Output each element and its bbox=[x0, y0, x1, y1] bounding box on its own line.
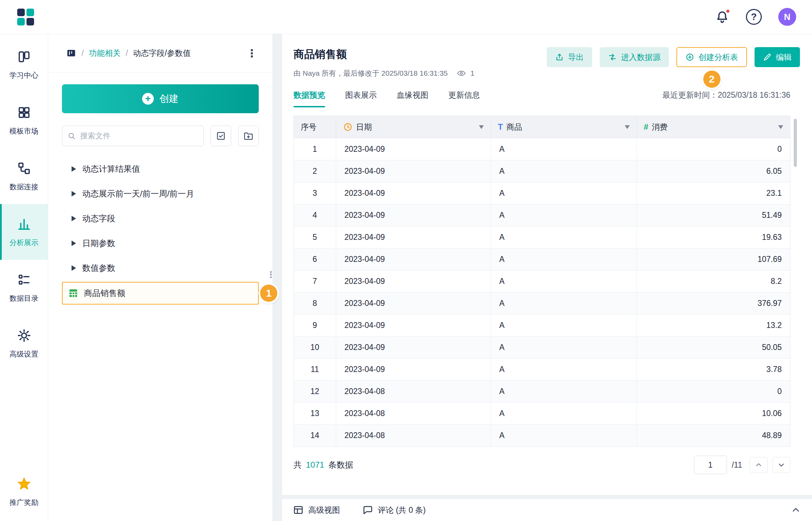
create-analysis-label: 创建分析表 bbox=[698, 52, 738, 63]
pagination: /11 bbox=[694, 456, 790, 474]
prev-page-button[interactable] bbox=[750, 457, 768, 473]
new-folder-button[interactable] bbox=[238, 126, 259, 146]
user-avatar[interactable]: N bbox=[778, 8, 796, 26]
enter-datasource-button[interactable]: 进入数据源 bbox=[600, 47, 669, 67]
table-body: 1 2023-04-09 A 0 2 2023-04-09 A 6.05 3 2… bbox=[294, 138, 790, 446]
sidebar-item-label: 数据目录 bbox=[10, 294, 39, 303]
table-row: 12 2023-04-08 A 0 bbox=[294, 380, 790, 402]
tree-item-label: 日期参数 bbox=[82, 238, 115, 249]
cell-product: A bbox=[491, 248, 637, 270]
total-count[interactable]: 1071 bbox=[306, 460, 324, 470]
cell-product: A bbox=[491, 293, 637, 314]
cell-seq: 5 bbox=[294, 226, 336, 248]
page-number-input[interactable] bbox=[694, 456, 727, 474]
cell-amount: 51.49 bbox=[637, 204, 790, 226]
tabs-row: 数据预览 图表展示 血缘视图 更新信息 最近更新时间：2025/03/18 16… bbox=[293, 90, 790, 107]
cell-seq: 9 bbox=[294, 315, 336, 336]
cell-amount: 6.05 bbox=[637, 160, 790, 182]
tab-lineage-view[interactable]: 血缘视图 bbox=[397, 90, 428, 107]
create-button[interactable]: + 创建 bbox=[62, 84, 259, 113]
tab-update-info[interactable]: 更新信息 bbox=[448, 90, 480, 107]
column-header-amount[interactable]: # 消费 bbox=[637, 116, 790, 138]
tree-item-label: 动态字段 bbox=[82, 213, 115, 224]
tree-item-dynamic-calc[interactable]: 动态计算结果值 bbox=[62, 157, 259, 181]
file-explorer-panel: / 功能相关 / 动态字段/参数值 ⋮ + 创建 bbox=[48, 34, 273, 521]
column-dropdown-icon[interactable] bbox=[625, 125, 630, 129]
advanced-settings-gear-icon bbox=[17, 328, 31, 344]
cell-date: 2023-04-09 bbox=[336, 337, 491, 358]
total-suffix: 条数据 bbox=[328, 459, 353, 470]
breadcrumb-kebab-icon[interactable]: ⋮ bbox=[246, 48, 257, 59]
table-row: 3 2023-04-09 A 23.1 bbox=[294, 182, 790, 204]
column-dropdown-icon[interactable] bbox=[778, 125, 783, 129]
text-type-icon: T bbox=[498, 122, 503, 132]
cell-seq: 12 bbox=[294, 381, 336, 402]
sidebar-item-data-catalog[interactable]: 数据目录 bbox=[0, 260, 48, 316]
help-glyph: ? bbox=[751, 12, 757, 22]
search-input[interactable] bbox=[80, 131, 199, 140]
next-page-button[interactable] bbox=[772, 457, 790, 473]
app-root: ? N 学习中心 模板市场 数据连接 分析展示 bbox=[0, 0, 812, 521]
expand-arrow-icon[interactable] bbox=[72, 166, 76, 172]
cell-seq: 4 bbox=[294, 204, 336, 226]
table-row: 2 2023-04-09 A 6.05 bbox=[294, 160, 790, 182]
expand-arrow-icon[interactable] bbox=[72, 216, 76, 221]
sidebar-item-advanced-settings[interactable]: 高级设置 bbox=[0, 316, 48, 371]
datasource-icon bbox=[608, 53, 617, 62]
column-header-product[interactable]: T 商品 bbox=[491, 116, 637, 138]
tab-chart-display[interactable]: 图表展示 bbox=[345, 90, 377, 107]
sidebar-item-promotion-rewards[interactable]: 推广奖励 bbox=[0, 466, 48, 518]
sidebar-item-label: 高级设置 bbox=[10, 349, 39, 359]
help-icon[interactable]: ? bbox=[746, 9, 762, 25]
comments-button[interactable]: 评论 (共 0 条) bbox=[363, 505, 426, 515]
advanced-view-icon bbox=[293, 505, 303, 515]
tab-data-preview[interactable]: 数据预览 bbox=[293, 90, 325, 107]
batch-select-button[interactable] bbox=[211, 126, 231, 146]
column-header-seq[interactable]: 序号 bbox=[294, 116, 336, 138]
tab-label: 血缘视图 bbox=[397, 91, 428, 99]
comments-label: 评论 (共 0 条) bbox=[378, 505, 426, 515]
cell-seq: 7 bbox=[294, 270, 336, 292]
table-row: 13 2023-04-08 A 10.06 bbox=[294, 402, 790, 424]
cell-date: 2023-04-09 bbox=[336, 204, 491, 226]
expand-arrow-icon[interactable] bbox=[72, 265, 76, 271]
vertical-scrollbar[interactable] bbox=[794, 119, 797, 167]
tree-item-product-sales-selected[interactable]: 商品销售额 ⋮ 1 bbox=[62, 282, 259, 305]
tree-item-dynamic-display[interactable]: 动态展示前一天/前一周/前一月 bbox=[62, 181, 259, 206]
cell-amount: 0 bbox=[637, 138, 790, 160]
item-kebab-icon[interactable]: ⋮ bbox=[266, 269, 275, 280]
cell-amount: 10.06 bbox=[637, 403, 790, 424]
table-row: 9 2023-04-09 A 13.2 bbox=[294, 314, 790, 336]
plus-circle-icon bbox=[685, 53, 694, 62]
header-actions: 导出 进入数据源 创建分析表 2 编辑 bbox=[547, 47, 800, 67]
collapse-panel-button[interactable] bbox=[791, 505, 801, 515]
notifications-bell-icon[interactable] bbox=[715, 10, 729, 24]
expand-arrow-icon[interactable] bbox=[72, 241, 76, 246]
create-analysis-button[interactable]: 创建分析表 2 bbox=[676, 47, 747, 67]
search-icon bbox=[67, 131, 76, 140]
sidebar-item-template-market[interactable]: 模板市场 bbox=[0, 93, 48, 148]
chevron-up-icon bbox=[755, 461, 763, 469]
column-header-date[interactable]: 日期 bbox=[336, 116, 491, 138]
sidebar-item-analysis-display[interactable]: 分析展示 bbox=[0, 204, 48, 260]
tree-item-dynamic-field[interactable]: 动态字段 bbox=[62, 206, 259, 231]
breadcrumb-current: 动态字段/参数值 bbox=[133, 48, 191, 59]
breadcrumb-link[interactable]: 功能相关 bbox=[89, 48, 120, 59]
column-label: 商品 bbox=[506, 122, 522, 132]
edit-button[interactable]: 编辑 bbox=[755, 47, 800, 67]
export-button[interactable]: 导出 bbox=[547, 47, 592, 67]
expand-arrow-icon[interactable] bbox=[72, 191, 76, 196]
tree-item-date-param[interactable]: 日期参数 bbox=[62, 231, 259, 256]
tree-item-numeric-param[interactable]: 数值参数 bbox=[62, 256, 259, 280]
sidebar-item-data-connection[interactable]: 数据连接 bbox=[0, 148, 48, 204]
sidebar-item-learning-center[interactable]: 学习中心 bbox=[0, 37, 48, 93]
column-label: 消费 bbox=[652, 122, 667, 132]
table-row: 10 2023-04-09 A 50.05 bbox=[294, 336, 790, 358]
app-logo-icon[interactable] bbox=[17, 9, 34, 25]
cell-amount: 0 bbox=[637, 381, 790, 402]
column-dropdown-icon[interactable] bbox=[479, 125, 484, 129]
row-count-summary: 共 1071 条数据 bbox=[293, 459, 353, 470]
advanced-view-button[interactable]: 高级视图 bbox=[293, 505, 340, 515]
sidebar-item-label: 分析展示 bbox=[10, 238, 39, 247]
cell-seq: 8 bbox=[294, 293, 336, 314]
